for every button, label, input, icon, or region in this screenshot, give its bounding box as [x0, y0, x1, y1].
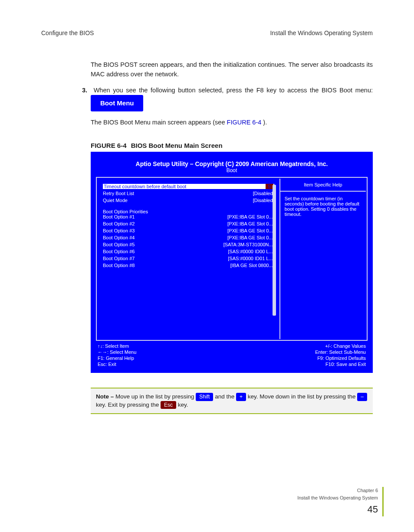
bios-frame: Timeout countdown before default boot 5 … [96, 177, 368, 341]
bios-active-tab: Boot [96, 167, 368, 173]
page: Configure the BIOS Install the Windows O… [0, 0, 414, 532]
note-text-a: Move up in the list by pressing [115, 393, 196, 400]
bios-help-panel: Item Specific Help Set the countdown tim… [280, 179, 366, 339]
bios-footer-row: ←→: Select MenuEnter: Select Sub-Menu [98, 349, 366, 355]
boot-option-row[interactable]: Boot Option #3[PXE:IBA GE Slot 0...] [103, 228, 274, 233]
intro-paragraph: The BIOS POST screen appears, and then t… [91, 60, 373, 79]
bios-footer-row: Esc: ExitF10: Save and Exit [98, 362, 366, 367]
bios-footer-row: ↑↓: Select Item+/-: Change Values [98, 343, 366, 349]
step-number: 3. [82, 85, 91, 95]
bios-scroll-thumb[interactable] [273, 185, 276, 316]
page-footer: Chapter 6 Install the Windows Operating … [297, 487, 384, 516]
bios-scrollbar[interactable] [273, 185, 276, 333]
bios-left-panel: Timeout countdown before default boot 5 … [98, 179, 280, 339]
step-3: 3. When you see the following button sel… [91, 85, 373, 111]
bios-row-value: [Disabled] [253, 191, 274, 196]
boot-option-row[interactable]: Boot Option #6[SAS:#0000 ID00 L...] [103, 249, 274, 254]
bios-row-key: Timeout countdown before default boot [104, 184, 186, 189]
note-label: Note – [96, 393, 115, 400]
key-shift: Shift [196, 393, 213, 401]
bios-row-highlighted[interactable]: Timeout countdown before default boot 5 [103, 184, 274, 189]
boot-option-row[interactable]: Boot Option #8[IBA GE Slot 0800...] [103, 263, 274, 268]
footer-section: Install the Windows Operating System [297, 495, 378, 500]
boot-priority-header: Boot Option Priorities [103, 209, 274, 214]
bios-row-key: Quiet Mode [103, 198, 128, 203]
key-minus: – [357, 393, 367, 401]
running-head-right: Install the Windows Operating System [270, 29, 373, 36]
step-3-after-a: The BIOS Boot Menu main screen appears (… [91, 119, 227, 126]
bios-screenshot: Aptio Setup Utility – Copyright (C) 2009… [91, 152, 373, 373]
bios-title-bar: Aptio Setup Utility – Copyright (C) 2009… [96, 160, 368, 167]
key-esc: Esc [161, 401, 176, 409]
figure-ref-link[interactable]: FIGURE 6-4 [227, 119, 262, 126]
boot-option-row[interactable]: Boot Option #2[PXE:IBA GE Slot 0...] [103, 221, 274, 226]
running-head-left: Configure the BIOS [41, 29, 94, 36]
bios-help-body: Set the countdown timer (in seconds) bef… [280, 192, 366, 339]
figure-caption: FIGURE 6-4 BIOS Boot Menu Main Screen [91, 142, 373, 149]
note-text-c: key. Move down in the list by pressing t… [248, 393, 358, 400]
bios-row[interactable]: Quiet Mode [Disabled] [103, 198, 274, 203]
note-text-d: key. Exit by pressing the [96, 401, 161, 408]
bios-row-key: Retry Boot List [103, 191, 134, 196]
step-3-after-b: ). [263, 119, 267, 126]
boot-menu-button-image: Boot Menu [91, 95, 143, 111]
bios-footer-row: F1: General HelpF9: Optimized Defaults [98, 356, 366, 361]
page-number: 45 [297, 502, 378, 516]
figure-number: FIGURE 6-4 [91, 142, 127, 149]
key-plus: + [236, 393, 246, 401]
boot-option-row[interactable]: Boot Option #1[PXE:IBA GE Slot 0...] [103, 214, 274, 219]
step-3-after: The BIOS Boot Menu main screen appears (… [91, 117, 373, 127]
figure-title: BIOS Boot Menu Main Screen [131, 142, 223, 149]
boot-option-row[interactable]: Boot Option #7[SAS:#0000 ID01 L...] [103, 256, 274, 261]
boot-option-row[interactable]: Boot Option #4[PXE:IBA GE Slot 0...] [103, 235, 274, 240]
step-3-text: When you see the following button select… [94, 87, 373, 94]
bios-row-value: [Disabled] [253, 198, 274, 203]
bios-help-header: Item Specific Help [280, 179, 366, 192]
note-text-b: and the [215, 393, 236, 400]
bios-footer-help: ↑↓: Select Item+/-: Change Values ←→: Se… [96, 341, 368, 368]
running-head: Configure the BIOS Install the Windows O… [41, 29, 373, 36]
bios-row[interactable]: Retry Boot List [Disabled] [103, 191, 274, 196]
note-box: Note – Move up in the list by pressing S… [91, 388, 373, 414]
footer-chapter: Chapter 6 [357, 488, 378, 493]
note-text-e: key. [178, 401, 188, 408]
boot-option-row[interactable]: Boot Option #5[SATA:3M-ST31000N...] [103, 242, 274, 247]
